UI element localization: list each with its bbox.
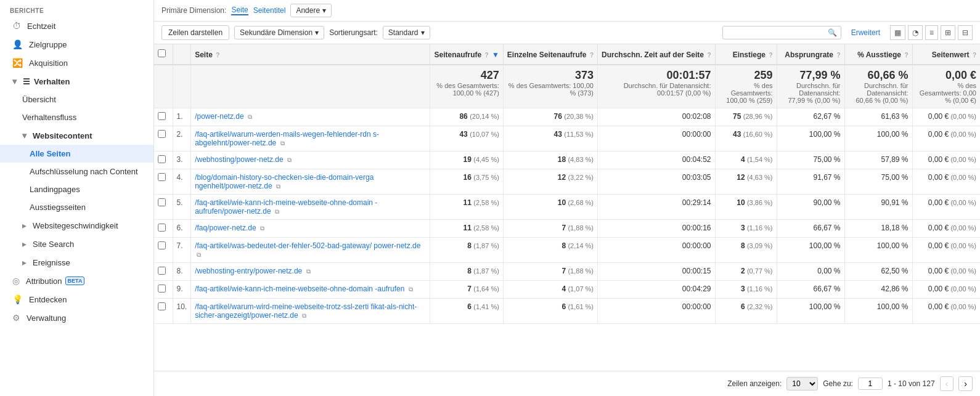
sekundaere-dimension-dropdown[interactable]: Sekundäre Dimension ▾ [234,26,324,39]
page-link[interactable]: /webhosting-entry/power-netz.de [195,267,302,275]
sidebar-item-verwaltung[interactable]: ⚙ Verwaltung [0,309,153,327]
external-link-icon: ⧉ [197,251,201,258]
row-ausstiege: 57,89 % [844,152,912,169]
lightbulb-icon: 💡 [12,294,23,304]
sidebar-item-entdecken[interactable]: 💡 Entdecken [0,290,153,309]
row-absprungrate: 100,00 % [777,126,844,152]
sidebar-item-label: Ereignisse [33,258,70,267]
row-checkbox[interactable] [158,267,166,275]
select-all-checkbox[interactable] [158,49,166,57]
search-box[interactable]: 🔍 [722,26,841,39]
sidebar-item-ausstiegsseiten[interactable]: Ausstiegsseiten [0,198,153,216]
row-checkbox[interactable] [158,198,166,206]
row-seitenwert: 0,00 € (0,00 %) [912,126,980,152]
toolbar: Zeilen darstellen Sekundäre Dimension ▾ … [154,22,980,44]
gehe-zu-input[interactable] [858,378,883,390]
sidebar-item-ereignisse[interactable]: ▸ Ereignisse [0,253,153,272]
erweitert-button[interactable]: Erweitert [851,28,880,37]
row-checkbox[interactable] [158,241,166,249]
row-absprungrate: 66,67 % [777,281,844,299]
sortierungsart-dropdown[interactable]: Standard ▾ [383,26,430,39]
attribution-icon: ◎ [12,276,20,286]
row-seitenwert: 0,00 € (0,00 %) [912,238,980,263]
row-einstiege: 75 (28,96 %) [715,108,777,126]
sidebar-item-echtzeit[interactable]: ⏱ Echtzeit [0,17,153,35]
prev-page-button[interactable]: ‹ [940,376,954,391]
sidebar-item-websitegeschwindigkeit[interactable]: ▸ Websitegeschwindigkeit [0,216,153,235]
page-link[interactable]: /faq-artikel/wie-kann-ich-meine-webseite… [195,198,377,216]
row-einstiege: 8 (3,09 %) [715,238,777,263]
page-link[interactable]: /faq-artikel/was-bedeutet-der-fehler-502… [195,241,420,250]
menu-icon: ☰ [23,77,30,86]
external-link-icon: ⧉ [409,286,413,293]
gehe-zu-label: Gehe zu: [823,379,853,388]
sidebar-item-site-search[interactable]: ▸ Site Search [0,235,153,253]
pie-view-icon[interactable]: ◔ [908,25,923,40]
help-icon[interactable]: ? [973,52,976,59]
sidebar-item-akquisition[interactable]: 🔀 Akquisition [0,54,153,72]
sidebar-item-zielgruppe[interactable]: 👤 Zielgruppe [0,35,153,54]
sidebar-item-verhalten[interactable]: ▾ ☰ Verhalten [0,72,153,91]
row-checkbox[interactable] [158,302,166,310]
sidebar-item-label: Zielgruppe [29,40,67,49]
summary-einstiege: 259 [719,69,773,82]
row-checkbox[interactable] [158,285,166,293]
col-seitenwert-header: Seitenwert [932,51,970,59]
col-zeit-header: Durchschn. Zeit auf der Seite [602,51,704,59]
page-link[interactable]: /blog/domain-history-so-checken-sie-die-… [195,173,374,190]
dimension-seitentitel-link[interactable]: Seitentitel [253,6,286,15]
help-icon[interactable]: ? [836,52,840,59]
zeilen-select[interactable]: 10 25 50 100 [786,377,818,390]
help-icon[interactable]: ? [904,52,908,59]
page-link[interactable]: /power-netz.de [195,112,243,121]
help-icon[interactable]: ? [707,52,711,59]
row-ausstiege: 100,00 % [844,299,912,324]
table-row: 8. /webhosting-entry/power-netz.de ⧉ 8 (… [154,263,980,281]
bar-view-icon[interactable]: ≡ [925,25,938,40]
help-icon[interactable]: ? [485,52,489,59]
dimension-andere-dropdown[interactable]: Andere ▾ [290,4,332,17]
sidebar-item-label: Attribution [26,277,62,286]
sidebar-item-uebersicht[interactable]: Übersicht [0,91,153,108]
page-link[interactable]: /webhosting/power-netz.de [195,155,283,164]
col-absprungrate-header: Absprungrate [785,51,833,59]
grid-view-icon[interactable]: ▦ [890,25,905,40]
help-icon[interactable]: ? [590,52,594,59]
search-icon: 🔍 [828,28,837,37]
page-link[interactable]: /faq-artikel/warum-werden-mails-wegen-fe… [195,130,379,147]
page-link[interactable]: /faq/power-netz.de [195,224,256,232]
row-einzelne: 10 (2,68 %) [503,195,597,220]
sidebar-item-aufschluesselung[interactable]: Aufschlüsselung nach Content [0,163,153,180]
row-checkbox[interactable] [158,155,166,163]
row-zeit: 00:00:00 [598,126,716,152]
sidebar-item-landingpages[interactable]: Landingpages [0,180,153,198]
sidebar-item-websitecontent[interactable]: ▾ Websitecontent [0,126,153,145]
col-ausstiege-header: % Ausstiege [857,51,901,59]
row-seitenaufrufe: 7 (1,64 %) [430,281,503,299]
row-checkbox[interactable] [158,130,166,138]
sidebar-item-alle-seiten[interactable]: Alle Seiten [0,145,153,163]
pivot-view-icon[interactable]: ⊟ [958,25,973,40]
help-icon[interactable]: ? [216,52,219,59]
help-icon[interactable]: ? [769,52,772,59]
row-zeit: 00:04:29 [598,281,716,299]
row-checkbox[interactable] [158,112,166,120]
compare-view-icon[interactable]: ⊞ [941,25,955,40]
row-seitenwert: 0,00 € (0,00 %) [912,281,980,299]
search-input[interactable] [727,28,825,37]
main-content: Primäre Dimension: Seite Seitentitel And… [154,0,980,396]
row-seitenaufrufe: 86 (20,14 %) [430,108,503,126]
row-checkbox[interactable] [158,224,166,232]
chevron-down-icon: ▾ [22,131,27,140]
sidebar-item-verhaltensfluss[interactable]: Verhaltensfluss [0,108,153,126]
row-checkbox[interactable] [158,173,166,181]
next-page-button[interactable]: › [958,376,973,391]
sidebar-item-attribution[interactable]: ◎ Attribution BETA [0,272,153,290]
row-einzelne: 76 (20,38 %) [503,108,597,126]
page-link[interactable]: /faq-artikel/wie-kann-ich-meine-webseite… [195,285,404,293]
zeilen-darstellen-button[interactable]: Zeilen darstellen [161,25,229,40]
row-einzelne: 6 (1,61 %) [503,299,597,324]
row-seite: /faq-artikel/warum-wird-meine-webseite-t… [191,299,430,324]
row-absprungrate: 0,00 % [777,263,844,281]
dimension-seite-link[interactable]: Seite [231,6,248,15]
